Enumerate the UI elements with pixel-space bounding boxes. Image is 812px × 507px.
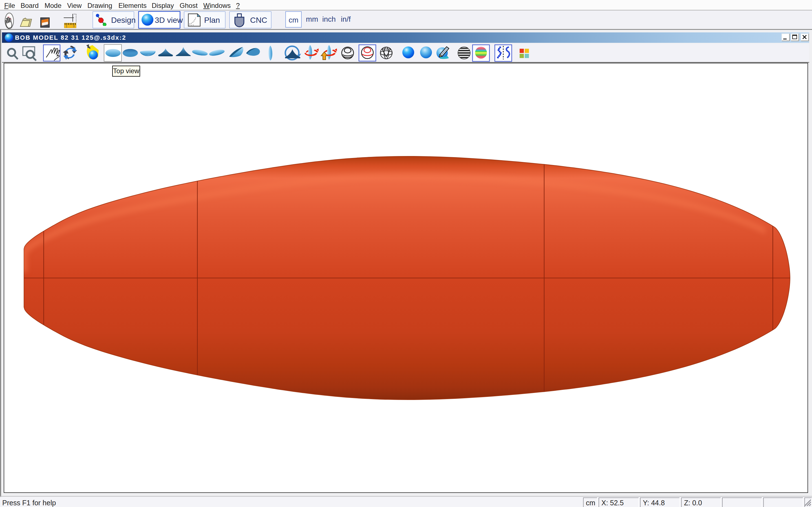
svg-text:1: 1 (66, 25, 67, 28)
svg-text:0: 0 (73, 25, 75, 28)
